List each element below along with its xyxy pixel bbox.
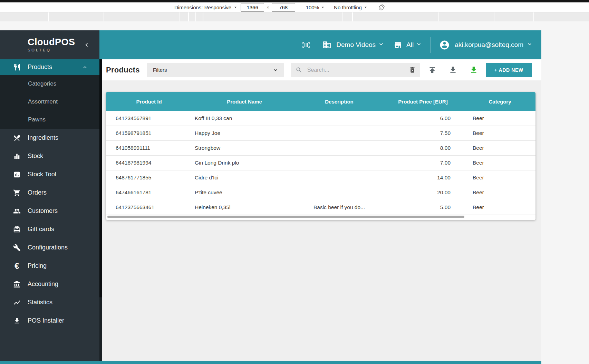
products-table: Product Id Product Name Description Prod… xyxy=(106,92,535,220)
cell-product-id: 6412375663461 xyxy=(106,204,192,210)
sidebar-item-label: Ingredients xyxy=(28,134,58,141)
table-row[interactable]: 641058991111 Strongbow 8.00 Beer xyxy=(106,141,535,156)
cell-product-id: 648761771855 xyxy=(106,175,192,181)
export-excel-button[interactable] xyxy=(469,66,478,75)
barcode-scanner-icon xyxy=(301,40,311,50)
restaurant-menu-icon xyxy=(13,134,21,142)
chevron-left-icon xyxy=(83,41,90,49)
sidebar-item-products[interactable]: Products xyxy=(0,59,99,75)
cell-price: 20.00 xyxy=(382,189,464,196)
download-icon xyxy=(13,317,21,325)
sidebar-item-stock-tool[interactable]: Stock Tool xyxy=(0,165,99,184)
sidebar-item-label: Stock xyxy=(28,153,43,160)
sidebar-scrollbar-thumb[interactable] xyxy=(99,59,102,297)
sidebar-item-label: Accounting xyxy=(28,281,58,288)
zoom-selector[interactable]: 100% xyxy=(306,4,326,10)
cell-product-id: 641234567891 xyxy=(106,115,192,121)
table-row[interactable]: 641234567891 Koff III 0,33 can 6.00 Beer xyxy=(106,111,535,126)
cell-category: Beer xyxy=(464,130,535,136)
sidebar-item-categories[interactable]: Categories xyxy=(0,75,99,93)
sidebar-item-label: Gift cards xyxy=(28,226,54,233)
sidebar-item-orders[interactable]: Orders xyxy=(0,184,99,202)
cell-product-id: 644187981994 xyxy=(106,160,192,166)
chevron-down-icon xyxy=(272,67,279,73)
cell-price: 14.00 xyxy=(382,175,464,181)
rotate-viewport-button[interactable] xyxy=(379,4,385,10)
products-submenu: Categories Assortment Pawns xyxy=(0,75,99,129)
logo-subtitle: SOLTEQ xyxy=(28,48,75,52)
browser-tab-strip xyxy=(0,0,589,2)
sidebar: CloudPOS SOLTEQ Products Categories xyxy=(0,30,99,364)
store-icon-wrap xyxy=(394,41,402,49)
screen: Dimensions: Responsive × 100% No throttl… xyxy=(0,0,589,364)
table-row[interactable]: 644187981994 Gin Long Drink plo 7.00 Bee… xyxy=(106,156,535,170)
sidebar-scrollbar[interactable] xyxy=(99,59,102,364)
sidebar-item-accounting[interactable]: Accounting xyxy=(0,275,99,293)
table-row[interactable]: 647466161781 P'tite cuvee 20.00 Beer xyxy=(106,185,535,200)
building-icon xyxy=(322,40,331,49)
header-divider xyxy=(431,37,431,53)
add-new-button[interactable]: + ADD NEW xyxy=(486,63,532,77)
sidebar-item-label: Pricing xyxy=(28,262,47,269)
clear-search-button[interactable] xyxy=(409,66,416,73)
sidebar-item-gift-cards[interactable]: Gift cards xyxy=(0,220,99,238)
page-toolbar: Products Filters xyxy=(102,59,541,80)
sidebar-item-ingredients[interactable]: Ingredients xyxy=(0,129,99,147)
download-icon xyxy=(448,66,457,75)
trash-clear-icon xyxy=(409,66,416,73)
dimensions-selector[interactable]: Dimensions: Responsive xyxy=(174,4,238,10)
chevron-down-icon[interactable] xyxy=(526,41,533,49)
sidebar-item-pricing[interactable]: € Pricing xyxy=(0,257,99,275)
dropdown-arrow-icon xyxy=(363,4,368,10)
cell-product-id: 647466161781 xyxy=(106,189,192,196)
export-button[interactable] xyxy=(448,66,457,75)
app-header: Demo Videos All aki.korpua@solteq.com xyxy=(99,30,541,59)
cell-product-name: Cidre d'Ici xyxy=(192,175,297,181)
bottom-teal-bar xyxy=(0,361,541,364)
people-icon xyxy=(13,207,21,215)
filters-dropdown[interactable]: Filters xyxy=(147,63,284,77)
chevron-down-icon[interactable] xyxy=(415,41,422,49)
cell-price: 8.00 xyxy=(382,145,464,151)
barcode-scanner-button[interactable] xyxy=(301,40,311,50)
table-scrollbar-thumb[interactable] xyxy=(107,216,464,218)
dropdown-arrow-icon xyxy=(233,4,238,10)
company-icon xyxy=(322,40,331,49)
cell-category: Beer xyxy=(464,204,535,210)
viewport-height-input[interactable] xyxy=(272,3,295,12)
assessment-icon xyxy=(13,171,21,178)
company-selector-value[interactable]: Demo Videos xyxy=(336,41,376,49)
throttling-selector[interactable]: No throttling xyxy=(334,4,368,10)
main-body: Products Filters xyxy=(99,59,541,364)
sidebar-collapse-button[interactable] xyxy=(83,41,90,49)
search-input[interactable] xyxy=(307,67,409,73)
account-circle-icon xyxy=(439,40,450,50)
user-email[interactable]: aki.korpua@solteq.com xyxy=(455,41,523,49)
cell-category: Beer xyxy=(464,145,535,151)
column-header-product-id: Product Id xyxy=(106,99,192,105)
table-row[interactable]: 6412375663461 Heineken 0,35l Basic beer … xyxy=(106,200,535,215)
table-horizontal-scrollbar[interactable] xyxy=(106,215,535,220)
sidebar-item-stock[interactable]: Stock xyxy=(0,147,99,165)
import-button[interactable] xyxy=(428,66,437,75)
sidebar-item-pos-installer[interactable]: POS Installer xyxy=(0,312,99,330)
store-selector-value[interactable]: All xyxy=(406,41,414,49)
cell-product-name: P'tite cuvee xyxy=(192,189,297,196)
viewport-width-input[interactable] xyxy=(241,3,264,12)
trend-line-icon xyxy=(13,299,21,306)
sidebar-item-customers[interactable]: Customers xyxy=(0,202,99,220)
chevron-down-icon[interactable] xyxy=(378,41,385,49)
sidebar-item-statistics[interactable]: Statistics xyxy=(0,293,99,312)
page-title: Products xyxy=(106,66,140,75)
chevron-up-icon xyxy=(81,64,88,71)
sidebar-item-configurations[interactable]: Configurations xyxy=(0,238,99,257)
table-row[interactable]: 641598791851 Happy Joe 7.50 Beer xyxy=(106,126,535,141)
dimensions-label: Dimensions: Responsive xyxy=(174,4,231,10)
sidebar-item-label: Stock Tool xyxy=(28,171,56,178)
sidebar-item-pawns[interactable]: Pawns xyxy=(0,111,99,129)
sidebar-item-label: Orders xyxy=(28,189,47,196)
table-row[interactable]: 648761771855 Cidre d'Ici 14.00 Beer xyxy=(106,170,535,185)
column-header-description: Description xyxy=(297,99,382,105)
sidebar-item-assortment[interactable]: Assortment xyxy=(0,93,99,111)
submenu-item-label: Assortment xyxy=(28,98,58,105)
